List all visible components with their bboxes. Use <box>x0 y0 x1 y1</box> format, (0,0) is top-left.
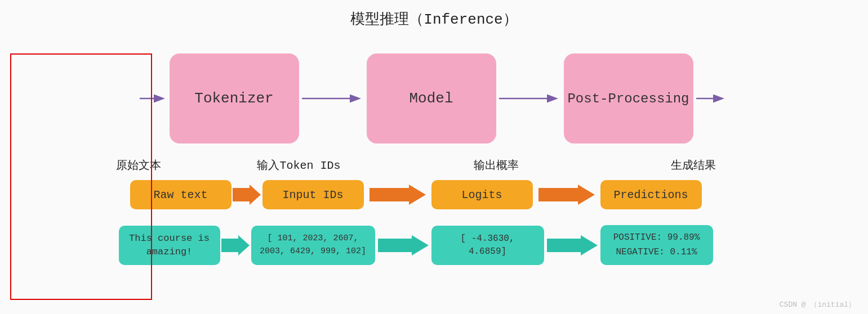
predictions-values-box: POSITIVE: 99.89%NEGATIVE: 0.11% <box>600 225 713 265</box>
teal-arrow-1 <box>375 235 431 255</box>
cn-label-output: 输出概率 <box>431 158 561 173</box>
cn-labels-row: 原始文本 输入Token IDs 输出概率 生成结果 <box>0 158 868 173</box>
postprocessing-box: Post-Processing <box>564 53 693 143</box>
top-process-row: Tokenizer Model Post-Processing <box>0 53 868 143</box>
orange-arrow-1 <box>364 185 431 205</box>
purple-arrow-2-icon <box>499 92 561 105</box>
purple-arrow-right-edge-icon <box>696 92 727 105</box>
watermark: CSDN @ （initial） <box>780 299 856 309</box>
token-ids-values-label: [ 101, 2023, 2607,2003, 6429, 999, 102] <box>260 232 366 258</box>
svg-marker-4 <box>233 185 261 205</box>
teal-arrow-2 <box>544 235 600 255</box>
logits-values-label: [ -4.3630, 4.6859] <box>439 232 536 258</box>
teal-arrow-0-icon <box>221 235 250 255</box>
orange-arrow-1-icon <box>370 185 426 205</box>
teal-arrow-0 <box>220 235 251 255</box>
logits-label: Logits <box>461 189 502 201</box>
cn-label-result: 生成结果 <box>629 158 758 173</box>
svg-marker-9 <box>547 235 598 255</box>
title-code: Inference <box>424 11 502 28</box>
orange-arrow-0-icon <box>233 185 261 205</box>
teal-arrow-2-icon <box>547 235 598 255</box>
raw-text-box: Raw text <box>130 180 232 209</box>
svg-marker-6 <box>538 185 595 205</box>
postprocessing-label: Post-Processing <box>567 91 689 106</box>
watermark-text: CSDN @ （initial） <box>780 300 856 309</box>
cn-label-result-text: 生成结果 <box>671 159 716 171</box>
svg-marker-7 <box>221 235 250 255</box>
logits-box: Logits <box>431 180 533 209</box>
left-edge-arrow <box>139 92 170 105</box>
orange-arrow-2-icon <box>538 185 595 205</box>
cn-label-tokenids: 输入Token IDs <box>234 158 364 173</box>
svg-marker-5 <box>370 185 426 205</box>
arrow-tok-model <box>299 92 367 105</box>
svg-marker-8 <box>378 235 429 255</box>
orange-data-row: Raw text Input IDs Logits <box>0 180 868 209</box>
teal-data-row: This course isamazing! [ 101, 2023, 2607… <box>0 225 868 265</box>
title-cn: 模型推理（ <box>350 10 424 27</box>
arrow-model-post <box>496 92 564 105</box>
input-ids-box: Input IDs <box>262 180 364 209</box>
logits-values-box: [ -4.3630, 4.6859] <box>431 226 544 265</box>
token-ids-values-box: [ 101, 2023, 2607,2003, 6429, 999, 102] <box>251 226 375 265</box>
predictions-values-label: POSITIVE: 99.89%NEGATIVE: 0.11% <box>613 231 700 259</box>
orange-arrow-2 <box>533 185 600 205</box>
tokenizer-label: Tokenizer <box>194 90 273 107</box>
cn-label-raw-text: 原始文本 <box>116 159 161 171</box>
predictions-box: Predictions <box>600 180 702 209</box>
model-label: Model <box>409 90 453 107</box>
orange-arrow-0 <box>232 185 262 205</box>
tokenizer-box: Tokenizer <box>170 53 299 143</box>
cn-label-output-text: 输出概率 <box>474 159 519 171</box>
purple-arrow-1-icon <box>302 92 364 105</box>
page-title: 模型推理（Inference） <box>0 0 868 29</box>
model-box: Model <box>367 53 496 143</box>
title-cn-end: ） <box>503 10 518 27</box>
raw-text-label: Raw text <box>153 189 207 201</box>
course-text-label: This course isamazing! <box>129 232 210 259</box>
right-edge-arrow <box>693 92 730 105</box>
predictions-label: Predictions <box>613 189 688 201</box>
teal-arrow-1-icon <box>378 235 429 255</box>
course-text-box: This course isamazing! <box>119 226 220 265</box>
cn-label-raw: 原始文本 <box>74 158 203 173</box>
purple-arrow-left-edge-icon <box>140 92 168 105</box>
page: 模型推理（Inference） Tokenizer Model <box>0 0 868 314</box>
input-ids-label: Input IDs <box>282 189 343 201</box>
